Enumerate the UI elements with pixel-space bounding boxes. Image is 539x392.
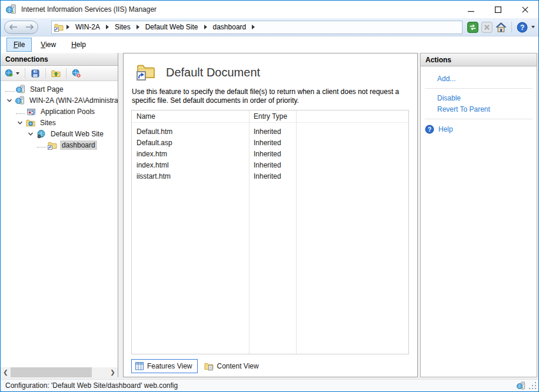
tree-item-default-web-site[interactable]: Default Web Site [1,128,118,139]
features-view-icon [135,361,144,371]
menu-item-help[interactable]: Help [65,38,92,51]
server-globe-icon [15,96,25,105]
tree-item-label: Default Web Site [49,129,105,139]
actions-panel: Actions Add... Disable Revert To Parent … [420,53,537,377]
tree-item-server[interactable]: WIN-2A (WIN-2A\Administrat [1,95,118,106]
feature-header: Default Document [124,53,417,81]
iis-manager-window: { "window": { "title": "Internet Informa… [0,0,539,392]
breadcrumb-item-sites[interactable]: Sites [112,22,134,32]
cell-entry-type: Inherited [249,128,296,136]
add-link[interactable]: Add... [437,75,537,83]
save-connections-icon [31,69,40,78]
column-divider[interactable] [249,110,249,354]
up-folder-button[interactable] [50,68,62,79]
collapse-chevron-icon[interactable] [16,119,24,127]
minimize-button[interactable] [457,1,484,18]
divider [25,68,25,79]
resize-grip[interactable] [535,388,536,389]
cell-name: iisstart.htm [132,172,249,180]
close-icon [522,6,528,13]
column-header-entry-type[interactable]: Entry Type [249,112,296,120]
application-pools-icon [26,107,36,116]
list-item[interactable]: Default.htm Inherited [132,126,408,137]
title-bar: Internet Information Services (IIS) Mana… [1,1,538,18]
scroll-right-button[interactable]: ❯ [108,367,118,377]
save-connections-button[interactable] [29,68,41,79]
breadcrumb-arrow-icon[interactable] [204,25,207,29]
column-header-name[interactable]: Name [132,112,249,120]
window-controls [457,1,538,18]
column-divider[interactable] [296,110,297,354]
breadcrumb-arrow-icon[interactable] [106,25,109,29]
folder-up-icon [51,69,61,78]
maximize-button[interactable] [484,1,511,18]
server-globe-icon [16,85,25,94]
connections-header: Connections [1,53,118,66]
horizontal-scrollbar[interactable]: ❮ ❯ [1,367,118,377]
disconnect-icon [72,69,81,78]
help-row[interactable]: Help [425,125,537,134]
list-item[interactable]: iisstart.htm Inherited [132,170,408,182]
help-icon [425,125,434,134]
help-button[interactable] [517,22,528,33]
tab-features-view[interactable]: Features View [131,359,198,373]
tree-item-sites[interactable]: Sites [1,117,118,128]
address-bar-buttons [467,22,535,33]
stop-button[interactable] [481,22,493,33]
help-dropdown-caret-icon[interactable] [531,26,535,28]
breadcrumb-item-app[interactable]: dashboard [210,22,249,32]
scroll-thumb[interactable] [11,367,92,377]
revert-to-parent-link[interactable]: Revert To Parent [437,105,537,113]
close-button[interactable] [511,1,538,18]
tab-content-view[interactable]: Content View [201,359,264,373]
tree-connector [5,86,15,92]
menu-item-view[interactable]: View [34,38,62,51]
connect-server-icon [5,69,14,78]
tree-item-label: WIN-2A (WIN-2A\Administrat [28,96,118,105]
tree-item-dashboard[interactable]: dashboard [1,139,118,150]
collapse-chevron-icon[interactable] [5,96,14,105]
divider [425,88,533,89]
breadcrumb-item-site[interactable]: Default Web Site [142,22,201,32]
list-item[interactable]: Default.asp Inherited [132,137,408,148]
cell-name: index.htm [132,150,249,158]
tree-connector [37,142,46,148]
forward-button[interactable] [25,24,34,30]
help-link[interactable]: Help [438,125,453,133]
actions-body: Add... Disable Revert To Parent Help [421,66,537,134]
list-header: Name Entry Type [132,110,408,123]
iis-app-icon [6,4,16,15]
cell-name: Default.htm [132,128,249,136]
breadcrumb-arrow-icon[interactable] [252,25,255,29]
disable-link[interactable]: Disable [437,94,537,102]
content-view-icon [204,361,214,371]
status-bar: Configuration: 'Default Web Site/dashboa… [1,379,538,391]
home-button[interactable] [495,22,507,33]
divider [511,22,512,32]
feature-panel: Default Document Use this feature to spe… [123,53,418,377]
tab-label: Features View [147,362,192,370]
server-globe-icon [517,381,525,390]
tree-item-application-pools[interactable]: Application Pools [1,106,118,117]
cell-entry-type: Inherited [249,172,296,180]
divider [66,68,66,79]
disconnect-button[interactable] [71,68,82,79]
menu-item-file[interactable]: File [6,38,32,52]
list-item[interactable]: index.html Inherited [132,159,408,170]
scroll-left-button[interactable]: ❮ [1,367,11,377]
breadcrumb[interactable]: WIN-2A Sites Default Web Site dashboard [51,21,463,34]
breadcrumb-arrow-icon[interactable] [66,25,69,29]
breadcrumb-arrow-icon[interactable] [137,25,139,29]
collapse-chevron-icon[interactable] [26,130,35,138]
tree-item-start-page[interactable]: Start Page [1,83,118,95]
breadcrumb-item-server[interactable]: WIN-2A [72,22,103,32]
refresh-button[interactable] [467,22,478,33]
divider [425,119,533,119]
tab-label: Content View [217,362,258,370]
back-button[interactable] [9,24,18,30]
default-document-icon [135,62,157,81]
connect-server-button[interactable] [4,68,21,79]
navigation-pill [4,21,38,34]
default-documents-list: Name Entry Type Default.htm Inherited De… [131,110,409,354]
list-item[interactable]: index.htm Inherited [132,148,408,159]
